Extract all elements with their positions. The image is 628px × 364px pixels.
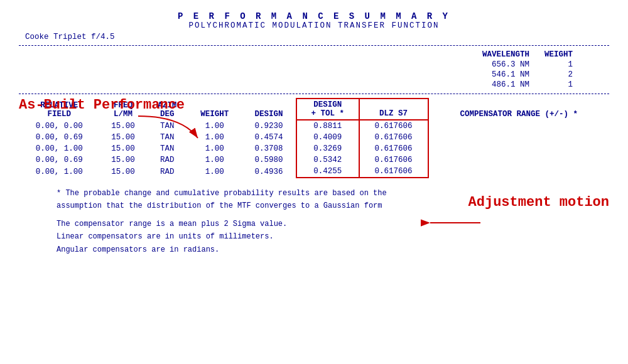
wl-1: 656.3 NM <box>479 60 541 70</box>
wl-3: 486.1 NM <box>479 80 541 90</box>
comp-2 <box>428 143 609 154</box>
design-0: 0.9230 <box>242 120 296 132</box>
wavelength-table: WAVELENGTH WEIGHT 656.3 NM 1 546.1 NM 2 … <box>479 50 584 90</box>
freq-4: 15.00 <box>99 166 146 178</box>
field-2: 0.00, 1.00 <box>19 143 99 154</box>
azim-4: RAD <box>147 166 188 178</box>
as-built-arrow <box>132 110 207 150</box>
footnote-4: Linear compensators are in units of mill… <box>57 230 609 243</box>
col-design-tol: DESIGN+ TOL * <box>296 99 359 120</box>
azim-3: RAD <box>147 154 188 166</box>
dtol-3: 0.5342 <box>296 154 359 166</box>
table-row: 0.00, 1.00 15.00 RAD 1.00 0.4936 0.4255 … <box>19 166 609 178</box>
top-divider <box>19 45 609 46</box>
mid-divider <box>19 94 609 94</box>
footnote-5: Angular compensators are in radians. <box>57 244 609 256</box>
weight-1: 1 <box>541 60 584 70</box>
main-title: P E R F O R M A N C E S U M M A R Y <box>19 11 609 21</box>
table-row: 0.00, 1.00 15.00 TAN 1.00 0.3708 0.3269 … <box>19 143 609 154</box>
dtol-0: 0.8811 <box>296 120 359 132</box>
table-row: 0.00, 0.69 15.00 TAN 1.00 0.4574 0.4009 … <box>19 132 609 143</box>
comp-0 <box>428 120 609 132</box>
table-row: 0.00, 0.00 15.00 TAN 1.00 0.9230 0.8811 … <box>19 120 609 132</box>
design-4: 0.4936 <box>242 166 296 178</box>
footnote-3: The compensator range is a mean plus 2 S… <box>57 218 609 230</box>
dlz-3: 0.617606 <box>359 154 428 166</box>
design-2: 0.3708 <box>242 143 296 154</box>
wl-row-3: 486.1 NM 1 <box>479 80 584 90</box>
dtol-1: 0.4009 <box>296 132 359 143</box>
dtol-4: 0.4255 <box>296 166 359 178</box>
comp-1 <box>428 132 609 143</box>
weight-2: 2 <box>541 70 584 80</box>
dtol-2: 0.3269 <box>296 143 359 154</box>
table-row: 0.00, 0.69 15.00 RAD 1.00 0.5980 0.5342 … <box>19 154 609 166</box>
col-compensator: COMPENSATOR RANGE (+/-) * <box>428 99 609 120</box>
design-3: 0.5980 <box>242 154 296 166</box>
weight-3: 1 <box>541 80 584 90</box>
wl-row-1: 656.3 NM 1 <box>479 60 584 70</box>
dlz-2: 0.617606 <box>359 143 428 154</box>
col-design: DESIGN <box>242 99 296 120</box>
field-1: 0.00, 0.69 <box>19 132 99 143</box>
comp-4 <box>428 166 609 178</box>
title-section: P E R F O R M A N C E S U M M A R Y POLY… <box>19 11 609 30</box>
field-0: 0.00, 0.00 <box>19 120 99 132</box>
adjustment-arrow <box>421 210 484 238</box>
weight-4: 1.00 <box>188 166 242 178</box>
sub-title: POLYCHROMATIC MODULATION TRANSFER FUNCTI… <box>19 21 609 30</box>
weight-header: WEIGHT <box>541 50 584 60</box>
dlz-4: 0.617606 <box>359 166 428 178</box>
dlz-1: 0.617606 <box>359 132 428 143</box>
wl-row-2: 546.1 NM 2 <box>479 70 584 80</box>
field-4: 0.00, 1.00 <box>19 166 99 178</box>
adjustment-label: Adjustment motion <box>468 195 609 210</box>
wavelength-section: WAVELENGTH WEIGHT 656.3 NM 1 546.1 NM 2 … <box>19 50 584 90</box>
freq-3: 15.00 <box>99 154 146 166</box>
col-dlz: DLZ S7 <box>359 99 428 120</box>
subtitle: Cooke Triplet f/4.5 <box>25 33 609 41</box>
weight-3: 1.00 <box>188 154 242 166</box>
wl-2: 546.1 NM <box>479 70 541 80</box>
wl-header: WAVELENGTH <box>479 50 541 60</box>
comp-3 <box>428 154 609 166</box>
design-1: 0.4574 <box>242 132 296 143</box>
dlz-0: 0.617606 <box>359 120 428 132</box>
field-3: 0.00, 0.69 <box>19 154 99 166</box>
